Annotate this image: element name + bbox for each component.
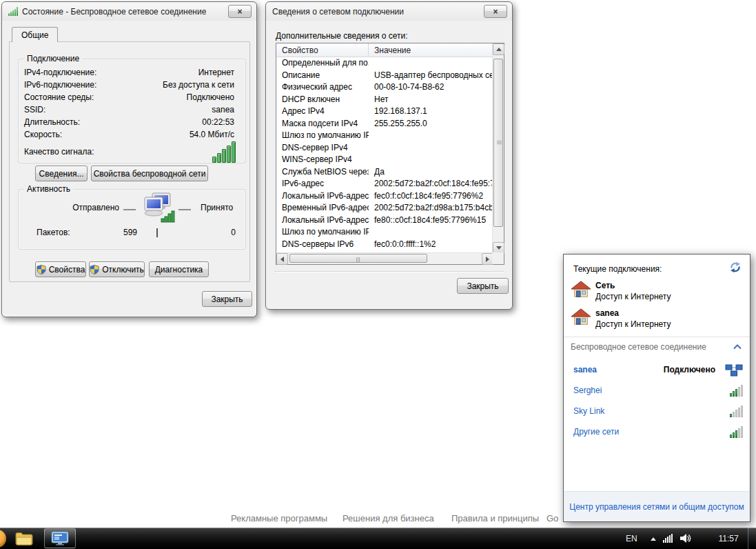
show-hidden-icons-icon[interactable]	[651, 537, 656, 541]
cell-property: Определенный для по...	[276, 57, 369, 70]
arrow-down-icon	[496, 246, 502, 250]
chevron-up-icon[interactable]	[733, 344, 742, 350]
footer-link[interactable]: Решения для бизнеса	[343, 513, 434, 523]
horizontal-scrollbar[interactable]	[276, 252, 493, 264]
column-header-property[interactable]: Свойство	[276, 43, 369, 57]
scroll-left-button[interactable]	[276, 253, 288, 265]
horizontal-scroll-thumb[interactable]	[289, 254, 427, 263]
connection-name: Сеть	[595, 281, 615, 290]
table-row[interactable]: IPv6-адрес2002:5d72:ba2f:c0cf:18c4:fe95:…	[276, 178, 493, 190]
table-row[interactable]: DNS-серверы IPv6fec0:0:0:ffff::1%2	[276, 239, 493, 251]
wifi-network-sanea[interactable]: sanea Подключено	[564, 359, 751, 380]
start-button[interactable]	[0, 530, 6, 548]
divider	[123, 209, 136, 210]
properties-button[interactable]: Свойства	[35, 261, 86, 277]
vertical-scroll-thumb[interactable]	[493, 59, 503, 227]
home-network-icon	[571, 307, 591, 328]
diagnostics-button[interactable]: Диагностика	[149, 261, 209, 277]
table-row[interactable]: Служба NetBIOS через...Да	[276, 166, 493, 179]
group-label: Активность	[24, 184, 73, 194]
scroll-up-button[interactable]	[493, 43, 504, 55]
row-value: Подключено	[187, 91, 234, 103]
uac-shield-icon	[37, 265, 46, 274]
table-row[interactable]: Временный IPv6-адрес2002:5d72:ba2f:d98a:…	[276, 202, 493, 214]
close-icon[interactable]: ×	[484, 5, 507, 18]
column-header-value[interactable]: Значение	[369, 43, 493, 57]
table-row[interactable]: Адрес IPv4192.168.137.1	[276, 106, 493, 118]
wireless-properties-button[interactable]: Свойства беспроводной сети	[91, 166, 208, 181]
close-button[interactable]: Закрыть	[457, 278, 509, 294]
row-value: 54.0 Мбит/с	[190, 128, 234, 141]
details-button[interactable]: Сведения...	[35, 166, 88, 181]
wireless-status-window: Состояние - Беспроводное сетевое соедине…	[1, 1, 257, 317]
language-indicator[interactable]: EN	[626, 534, 637, 543]
taskbar-explorer-button[interactable]	[10, 528, 39, 549]
active-connection-item[interactable]: Сеть Доступ к Интернету	[571, 279, 743, 304]
cell-property: DHCP включен	[276, 94, 369, 106]
table-row[interactable]: WINS-сервер IPv4	[276, 154, 493, 166]
cell-value: fe80::c0cf:18c4:fe95:7796%15	[369, 214, 493, 227]
cell-value: 2002:5d72:ba2f:d98a:b175:b4cb:1fd	[369, 202, 493, 214]
cell-value: USB-адаптер беспроводных сетей	[369, 70, 493, 82]
cell-property: Физический адрес	[276, 81, 369, 94]
signal-quality-row: Качество сигнала:	[19, 141, 245, 163]
status-row: Длительность: 00:22:53	[19, 116, 245, 128]
wifi-network-other[interactable]: Другие сети	[564, 421, 751, 442]
computers-activity-icon	[136, 192, 176, 226]
vertical-scrollbar[interactable]	[492, 43, 504, 254]
row-label: Длительность:	[24, 116, 80, 128]
wireless-section-header: Беспроводное сетевое соединение	[571, 342, 706, 352]
close-button[interactable]: Закрыть	[202, 291, 252, 307]
cell-value	[369, 154, 493, 166]
close-icon[interactable]: ×	[228, 5, 252, 18]
refresh-icon[interactable]	[729, 261, 742, 273]
connection-access: Доступ к Интернету	[595, 292, 671, 301]
wifi-network-sky-link[interactable]: Sky Link	[564, 401, 751, 421]
table-row[interactable]: DNS-сервер IPv4	[276, 142, 493, 154]
taskbar-active-app-button[interactable]	[44, 528, 76, 548]
table-row[interactable]: Локальный IPv6-адрес...fec0:f:c0cf:18c4:…	[276, 190, 493, 203]
cell-value	[369, 142, 493, 154]
tray-network-icon[interactable]	[663, 534, 673, 543]
details-listview[interactable]: Свойство Значение Определенный для по...…	[276, 43, 504, 265]
cell-value	[369, 130, 493, 142]
table-row[interactable]: Локальный IPv6-адрес...fe80::c0cf:18c4:f…	[276, 214, 493, 227]
packets-sent-value: 599	[32, 228, 137, 237]
tray-volume-icon[interactable]	[680, 533, 691, 543]
table-row[interactable]: Шлюз по умолчанию IP...	[276, 226, 493, 239]
activity-group: Активность Отправлено	[18, 189, 246, 250]
table-row[interactable]: Шлюз по умолчанию IP...	[276, 130, 493, 142]
disable-button[interactable]: Отключить	[89, 261, 145, 277]
button-label: Отключить	[102, 265, 144, 274]
table-row[interactable]: Маска подсети IPv4255.255.255.0	[276, 118, 493, 130]
network-details-window: Сведения о сетевом подключении × Дополни…	[265, 1, 513, 310]
taskbar: EN 11:57	[0, 528, 756, 549]
wifi-network-serghei[interactable]: Serghei	[564, 380, 751, 401]
footer-link[interactable]: Правила и принципы	[451, 513, 539, 523]
network-sharing-center-link[interactable]: Центр управления сетями и общим доступом	[569, 502, 744, 512]
close-glyph: ×	[237, 7, 242, 17]
tab-general[interactable]: Общие	[12, 27, 58, 42]
cell-property: WINS-сервер IPv4	[276, 154, 369, 166]
cell-property: Шлюз по умолчанию IP...	[276, 130, 369, 142]
footer-link[interactable]: Рекламные программы	[231, 513, 327, 523]
footer-link[interactable]: Go	[546, 513, 558, 523]
status-row: Состояние среды: Подключено	[19, 91, 245, 103]
connection-group: Подключение IPv4-подключение: Интернет I…	[18, 59, 246, 163]
title-bar[interactable]: Сведения о сетевом подключении ×	[266, 2, 512, 21]
table-row[interactable]: DHCP включенНет	[276, 94, 493, 106]
cell-value	[369, 226, 493, 239]
table-row[interactable]: Определенный для по...	[276, 57, 493, 70]
show-desktop-button[interactable]	[748, 528, 756, 549]
row-label: IPv6-подключение:	[24, 79, 96, 91]
table-row[interactable]: Физический адрес00-08-10-74-B8-62	[276, 81, 493, 94]
active-connection-item[interactable]: sanea Доступ к Интернету	[571, 307, 743, 332]
cell-property: Описание	[276, 70, 369, 82]
cell-property: Локальный IPv6-адрес...	[276, 190, 369, 203]
table-row[interactable]: ОписаниеUSB-адаптер беспроводных сетей	[276, 70, 493, 82]
adhoc-network-icon	[725, 363, 743, 377]
window-title: Сведения о сетевом подключении	[272, 7, 404, 17]
title-bar[interactable]: Состояние - Беспроводное сетевое соедине…	[2, 2, 256, 21]
listview-header[interactable]: Свойство Значение	[276, 43, 493, 57]
clock[interactable]: 11:57	[708, 534, 748, 543]
